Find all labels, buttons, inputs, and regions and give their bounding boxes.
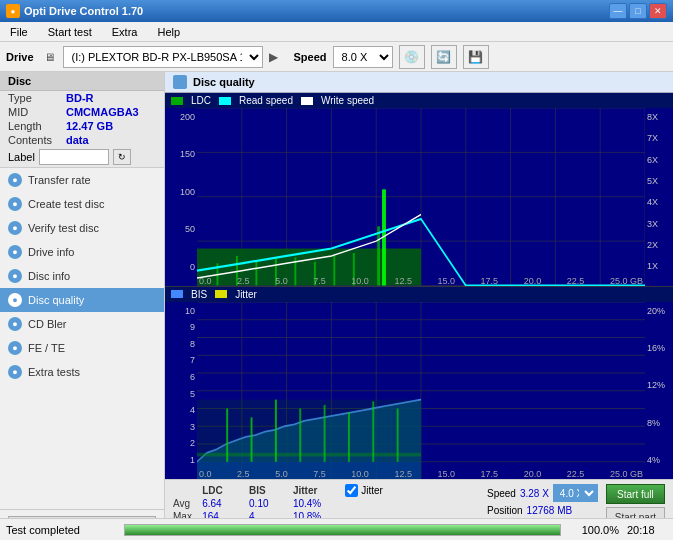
top-chart-y-labels: 200 150 100 50 0 xyxy=(165,108,197,286)
drive-label: Drive xyxy=(6,51,34,63)
disc-quality-icon: ● xyxy=(8,293,22,307)
app-title: Opti Drive Control 1.70 xyxy=(24,5,143,17)
top-chart-body: 200 150 100 50 0 xyxy=(165,108,673,286)
sidebar-item-create-test-disc[interactable]: ● Create test disc xyxy=(0,192,164,216)
sidebar-item-disc-info-label: Disc info xyxy=(28,270,70,282)
speed-select-bottom[interactable]: 4.0 X xyxy=(553,484,598,502)
bottom-chart-y-labels: 10 9 8 7 6 5 4 3 2 1 xyxy=(165,302,197,480)
menu-file[interactable]: File xyxy=(4,24,34,40)
write-speed-legend-label: Write speed xyxy=(321,95,374,106)
progress-text: 100.0% xyxy=(569,524,619,536)
content-header: Disc quality xyxy=(165,72,673,93)
sidebar-item-fe-te[interactable]: ● FE / TE xyxy=(0,336,164,360)
disc-label-input[interactable] xyxy=(39,149,109,165)
main-layout: Disc Type BD-R MID CMCMAGBA3 Length 12.4… xyxy=(0,72,673,540)
title-bar: ● Opti Drive Control 1.70 — □ ✕ xyxy=(0,0,673,22)
status-text: Test completed xyxy=(6,524,116,536)
drive-bar: Drive 🖥 (I:) PLEXTOR BD-R PX-LB950SA 1.0… xyxy=(0,42,673,72)
read-speed-legend-color xyxy=(219,97,231,105)
speed-label-bottom: Speed xyxy=(487,488,516,499)
bottom-chart-legend: BIS Jitter xyxy=(165,287,673,302)
drive-icon: 🖥 xyxy=(44,51,55,63)
bottom-chart-x-labels: 0.0 2.5 5.0 7.5 10.0 12.5 15.0 17.5 20.0… xyxy=(197,469,645,479)
disc-mid-label: MID xyxy=(8,106,66,118)
menu-help[interactable]: Help xyxy=(151,24,186,40)
fe-te-icon: ● xyxy=(8,341,22,355)
menu-bar: File Start test Extra Help xyxy=(0,22,673,42)
menu-extra[interactable]: Extra xyxy=(106,24,144,40)
ldc-legend-color xyxy=(171,97,183,105)
disc-info-icon: ● xyxy=(8,269,22,283)
sidebar-item-drive-info[interactable]: ● Drive info xyxy=(0,240,164,264)
app-icon: ● xyxy=(6,4,20,18)
sidebar-item-cd-bler-label: CD Bler xyxy=(28,318,67,330)
bottom-chart-body: 10 9 8 7 6 5 4 3 2 1 xyxy=(165,302,673,480)
verify-test-disc-icon: ● xyxy=(8,221,22,235)
create-test-disc-icon: ● xyxy=(8,197,22,211)
bis-legend-label: BIS xyxy=(191,289,207,300)
disc-mid-value: CMCMAGBA3 xyxy=(66,106,139,118)
disc-type-value: BD-R xyxy=(66,92,94,104)
disc-section: Disc Type BD-R MID CMCMAGBA3 Length 12.4… xyxy=(0,72,164,168)
top-chart-x-labels: 0.0 2.5 5.0 7.5 10.0 12.5 15.0 17.5 20.0… xyxy=(197,276,645,286)
top-chart: LDC Read speed Write speed 200 150 100 5… xyxy=(165,93,673,286)
start-full-button[interactable]: Start full xyxy=(606,484,665,504)
progress-bar-container xyxy=(124,524,561,536)
toolbar-btn-3[interactable]: 💾 xyxy=(463,45,489,69)
disc-type-row: Type BD-R xyxy=(0,91,164,105)
top-chart-svg-container: 0.0 2.5 5.0 7.5 10.0 12.5 15.0 17.5 20.0… xyxy=(197,108,645,286)
jitter-legend-color xyxy=(215,290,227,298)
ldc-legend-label: LDC xyxy=(191,95,211,106)
content-header-icon xyxy=(173,75,187,89)
minimize-button[interactable]: — xyxy=(609,3,627,19)
progress-bar-fill xyxy=(125,525,560,535)
status-bar: Test completed 100.0% 20:18 xyxy=(0,518,673,540)
svg-rect-52 xyxy=(197,399,421,461)
jitter-checkbox[interactable] xyxy=(345,484,358,497)
sidebar-item-drive-info-label: Drive info xyxy=(28,246,74,258)
top-chart-y-labels-right: 8X 7X 6X 5X 4X 3X 2X 1X xyxy=(645,108,673,286)
disc-label-text: Label xyxy=(8,151,35,163)
cd-bler-icon: ● xyxy=(8,317,22,331)
bis-legend-color xyxy=(171,290,183,298)
jitter-checkbox-area: Jitter xyxy=(345,484,383,497)
sidebar: Disc Type BD-R MID CMCMAGBA3 Length 12.4… xyxy=(0,72,165,540)
close-button[interactable]: ✕ xyxy=(649,3,667,19)
content-title: Disc quality xyxy=(193,76,255,88)
maximize-button[interactable]: □ xyxy=(629,3,647,19)
read-speed-legend-label: Read speed xyxy=(239,95,293,106)
top-chart-legend: LDC Read speed Write speed xyxy=(165,93,673,108)
jitter-checkbox-label: Jitter xyxy=(361,485,383,496)
disc-length-value: 12.47 GB xyxy=(66,120,113,132)
sidebar-item-disc-quality-label: Disc quality xyxy=(28,294,84,306)
disc-length-row: Length 12.47 GB xyxy=(0,119,164,133)
write-speed-legend-color xyxy=(301,97,313,105)
disc-mid-row: MID CMCMAGBA3 xyxy=(0,105,164,119)
sidebar-item-extra-tests[interactable]: ● Extra tests xyxy=(0,360,164,384)
speed-select[interactable]: 8.0 X xyxy=(333,46,393,68)
drive-select[interactable]: (I:) PLEXTOR BD-R PX-LB950SA 1.04 xyxy=(63,46,263,68)
sidebar-item-disc-quality[interactable]: ● Disc quality xyxy=(0,288,164,312)
sidebar-item-transfer-rate-label: Transfer rate xyxy=(28,174,91,186)
drive-arrow-icon: ▶ xyxy=(269,50,278,64)
sidebar-item-cd-bler[interactable]: ● CD Bler xyxy=(0,312,164,336)
menu-start-test[interactable]: Start test xyxy=(42,24,98,40)
sidebar-item-verify-test-disc[interactable]: ● Verify test disc xyxy=(0,216,164,240)
sidebar-item-disc-info[interactable]: ● Disc info xyxy=(0,264,164,288)
toolbar-btn-1[interactable]: 💿 xyxy=(399,45,425,69)
transfer-rate-icon: ● xyxy=(8,173,22,187)
jitter-legend-label: Jitter xyxy=(235,289,257,300)
toolbar-btn-2[interactable]: 🔄 xyxy=(431,45,457,69)
sidebar-item-transfer-rate[interactable]: ● Transfer rate xyxy=(0,168,164,192)
speed-row: Speed 3.28 X 4.0 X xyxy=(487,484,598,502)
bottom-chart-y-labels-right: 20% 16% 12% 8% 4% xyxy=(645,302,673,480)
sidebar-item-verify-test-disc-label: Verify test disc xyxy=(28,222,99,234)
disc-label-refresh-button[interactable]: ↻ xyxy=(113,149,131,165)
content-area: Disc quality LDC Read speed Write speed … xyxy=(165,72,673,540)
top-chart-svg xyxy=(197,108,645,286)
speed-value: 3.28 X xyxy=(520,488,549,499)
sidebar-item-fe-te-label: FE / TE xyxy=(28,342,65,354)
disc-contents-label: Contents xyxy=(8,134,66,146)
time-text: 20:18 xyxy=(627,524,667,536)
sidebar-item-create-test-disc-label: Create test disc xyxy=(28,198,104,210)
